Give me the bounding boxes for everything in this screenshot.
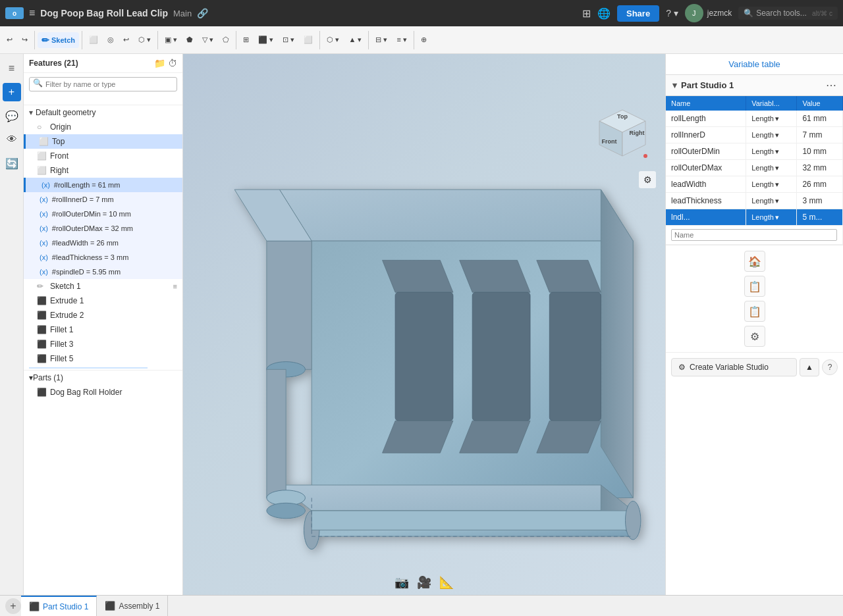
var-type-5[interactable]: Length ▾ bbox=[746, 193, 797, 209]
sketch1-menu[interactable]: ≡ bbox=[173, 282, 177, 290]
redo-button[interactable]: ↪ bbox=[18, 33, 32, 47]
var-rollOuterDMin[interactable]: (x) #rollOuterDMin = 10 mm bbox=[24, 207, 182, 221]
default-geometry-header[interactable]: ▾ Default geometry bbox=[24, 105, 182, 120]
ps-more-icon[interactable]: ⋯ bbox=[826, 79, 836, 91]
search-box[interactable]: 🔍 Search tools... alt/⌘ c bbox=[738, 7, 838, 20]
var-rollInnerD[interactable]: (x) #rollInnerD = 7 mm bbox=[24, 192, 182, 207]
left-icon-eye[interactable]: 👁 bbox=[3, 130, 21, 149]
left-icon-history[interactable]: 🔄 bbox=[3, 154, 21, 172]
toolbar-btn-8[interactable]: ⬠ bbox=[219, 33, 233, 47]
tab-assembly-1[interactable]: ⬛ Assembly 1 bbox=[97, 596, 168, 617]
var-type-1[interactable]: Length ▾ bbox=[746, 127, 797, 143]
var-row-1[interactable]: rollInnerD Length ▾ 7 mm bbox=[666, 127, 843, 143]
right-icon-function[interactable]: ⚙ bbox=[744, 326, 765, 347]
feature-extrude1[interactable]: ⬛ Extrude 1 bbox=[24, 294, 182, 308]
search-input[interactable] bbox=[29, 77, 177, 91]
var-dropdown-5[interactable]: Length ▾ bbox=[751, 197, 791, 205]
var-rollLength[interactable]: (x) #rollLength = 61 mm bbox=[24, 178, 182, 192]
add-tab-button[interactable]: + bbox=[5, 598, 21, 614]
feature-top[interactable]: ⬜ Top bbox=[24, 134, 182, 149]
var-leadThickness[interactable]: (x) #leadThickness = 3 mm bbox=[24, 250, 182, 265]
var-type-4[interactable]: Length ▾ bbox=[746, 176, 797, 193]
var-dropdown-0[interactable]: Length ▾ bbox=[751, 115, 791, 123]
feature-settings-icon[interactable]: ⏱ bbox=[168, 58, 177, 68]
ps-collapse-icon[interactable]: ▾ bbox=[672, 80, 677, 90]
feature-front[interactable]: ⬜ Front bbox=[24, 149, 182, 163]
help-button[interactable]: ? ▾ bbox=[666, 8, 678, 18]
parts-header[interactable]: ▾ Parts (1) bbox=[24, 371, 182, 385]
feature-part-dog-bag[interactable]: ⬛ Dog Bag Roll Holder bbox=[24, 385, 182, 399]
feature-fillet1[interactable]: ⬛ Fillet 1 bbox=[24, 322, 182, 337]
left-icon-add[interactable]: + bbox=[3, 83, 21, 101]
toolbar-btn-5[interactable]: ▣ ▾ bbox=[161, 33, 181, 47]
left-icon-menu[interactable]: ≡ bbox=[3, 59, 21, 78]
var-new-row[interactable] bbox=[666, 226, 843, 245]
var-dropdown-3[interactable]: Length ▾ bbox=[751, 164, 791, 172]
var-new-name-cell[interactable] bbox=[666, 226, 843, 245]
var-dropdown-1[interactable]: Length ▾ bbox=[751, 131, 791, 140]
var-dropdown-6[interactable]: Length ▾ bbox=[751, 213, 791, 222]
measure-icon[interactable]: 📐 bbox=[439, 575, 454, 590]
feature-right[interactable]: ⬜ Right bbox=[24, 163, 182, 178]
toolbar-btn-11[interactable]: ⊡ ▾ bbox=[279, 33, 298, 47]
user-menu[interactable]: J jezmck bbox=[685, 4, 732, 22]
right-icon-clipboard1[interactable]: 📋 bbox=[744, 276, 765, 297]
toolbar-btn-1[interactable]: ⬜ bbox=[85, 33, 102, 47]
grid-view-icon[interactable]: ⊞ bbox=[582, 7, 591, 20]
left-sidebar-icons: ≡ + 💬 👁 🔄 bbox=[0, 54, 24, 595]
var-row-0[interactable]: rollLength Length ▾ 61 mm bbox=[666, 111, 843, 127]
var-dropdown-2[interactable]: Length ▾ bbox=[751, 147, 791, 156]
toolbar-btn-6[interactable]: ⬟ bbox=[182, 33, 197, 47]
right-icon-clipboard2[interactable]: 📋 bbox=[744, 301, 765, 322]
sketch-button[interactable]: ✏ Sketch bbox=[38, 32, 79, 48]
var-type-0[interactable]: Length ▾ bbox=[746, 111, 797, 127]
var-row-6[interactable]: lndl... Length ▾ 5 m... bbox=[666, 209, 843, 226]
var-row-2[interactable]: rollOuterDMin Length ▾ 10 mm bbox=[666, 143, 843, 160]
var-dropdown-4[interactable]: Length ▾ bbox=[751, 180, 791, 189]
toolbar-btn-3[interactable]: ↩ bbox=[119, 33, 133, 47]
globe-icon[interactable]: 🌐 bbox=[597, 7, 611, 20]
create-var-help-button[interactable]: ? bbox=[822, 359, 838, 375]
var-rollOuterDMax[interactable]: (x) #rollOuterDMax = 32 mm bbox=[24, 221, 182, 236]
var-type-2[interactable]: Length ▾ bbox=[746, 143, 797, 160]
undo-button[interactable]: ↩ bbox=[3, 33, 16, 47]
var-type-6[interactable]: Length ▾ bbox=[746, 209, 797, 226]
feature-extrude2[interactable]: ⬛ Extrude 2 bbox=[24, 308, 182, 322]
right-icon-home[interactable]: 🏠 bbox=[744, 251, 765, 272]
var-row-3[interactable]: rollOuterDMax Length ▾ 32 mm bbox=[666, 160, 843, 176]
feature-sketch1[interactable]: ✏ Sketch 1 ≡ bbox=[24, 279, 182, 294]
create-variable-studio-button[interactable]: ⚙ Create Variable Studio bbox=[671, 358, 797, 376]
toolbar-btn-13[interactable]: ⬡ ▾ bbox=[323, 33, 343, 47]
toolbar-btn-16[interactable]: ≡ ▾ bbox=[393, 33, 410, 47]
toolbar-btn-12[interactable]: ⬜ bbox=[300, 33, 317, 47]
feature-fillet5[interactable]: ⬛ Fillet 5 bbox=[24, 351, 182, 366]
toolbar-btn-10[interactable]: ⬛ ▾ bbox=[254, 33, 277, 47]
hamburger-menu[interactable]: ≡ bbox=[29, 7, 35, 19]
toolbar-btn-2[interactable]: ◎ bbox=[103, 33, 118, 47]
link-icon[interactable]: 🔗 bbox=[197, 8, 208, 18]
movie-icon[interactable]: 🎥 bbox=[417, 575, 431, 590]
camera-icon[interactable]: 📷 bbox=[394, 575, 409, 590]
fillet5-icon: ⬛ bbox=[37, 354, 46, 363]
feature-add-icon[interactable]: 📁 bbox=[154, 58, 165, 68]
toolbar-btn-7[interactable]: ▽ ▾ bbox=[198, 33, 217, 47]
left-icon-comment[interactable]: 💬 bbox=[3, 107, 21, 125]
var-leadWidth[interactable]: (x) #leadWidth = 26 mm bbox=[24, 236, 182, 250]
tab-part-studio-1[interactable]: ⬛ Part Studio 1 bbox=[21, 596, 97, 617]
feature-origin[interactable]: ○ Origin bbox=[24, 120, 182, 134]
var-spindleD[interactable]: (x) #spindleD = 5.95 mm bbox=[24, 265, 182, 279]
var-row-4[interactable]: leadWidth Length ▾ 26 mm bbox=[666, 176, 843, 193]
var-type-3[interactable]: Length ▾ bbox=[746, 160, 797, 176]
var-new-name-input[interactable] bbox=[671, 229, 837, 241]
toolbar-btn-17[interactable]: ⊕ bbox=[417, 33, 431, 47]
var-row-5[interactable]: leadThickness Length ▾ 3 mm bbox=[666, 193, 843, 209]
share-button[interactable]: Share bbox=[617, 5, 659, 22]
toolbar-btn-4[interactable]: ⬡ ▾ bbox=[134, 33, 155, 47]
feature-fillet3[interactable]: ⬛ Fillet 3 bbox=[24, 337, 182, 351]
create-var-caret-button[interactable]: ▲ bbox=[800, 358, 819, 376]
svg-rect-20 bbox=[312, 511, 633, 530]
toolbar-btn-9[interactable]: ⊞ bbox=[239, 33, 253, 47]
viewport[interactable]: Top Front Right ⚙ bbox=[183, 54, 665, 595]
toolbar-btn-14[interactable]: ▲ ▾ bbox=[344, 33, 366, 47]
toolbar-btn-15[interactable]: ⊟ ▾ bbox=[371, 33, 391, 47]
